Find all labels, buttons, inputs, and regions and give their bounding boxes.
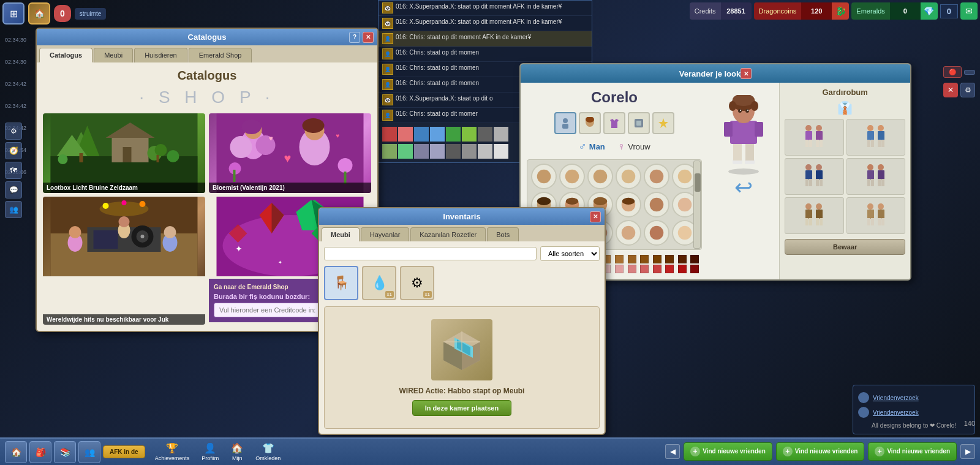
head-option-17[interactable] xyxy=(644,220,669,246)
catalog-item-world[interactable]: Wereldwijde hits nu beschikbaar voor Juk xyxy=(43,197,205,325)
head-option-3[interactable] xyxy=(587,164,613,189)
friends-nav-prev[interactable]: ◀ xyxy=(665,444,680,459)
color-swatch-sage[interactable] xyxy=(382,144,397,159)
taskbar-home-btn[interactable]: 🏠 xyxy=(5,441,27,463)
look-tab-body[interactable] xyxy=(554,112,576,134)
color-swatch-pink[interactable] xyxy=(398,127,413,142)
wardrobe-slot-1[interactable] xyxy=(785,119,843,156)
palette-8[interactable] xyxy=(615,255,624,263)
taskbar-omkleden-btn[interactable]: 👕 Omkleden xyxy=(251,440,285,464)
taskbar-profiel-btn[interactable]: 👤 Profiim xyxy=(197,440,224,464)
inv-tab-meubi[interactable]: Meubi xyxy=(322,227,360,241)
tab-huisdieren[interactable]: Huisdieren xyxy=(134,48,187,62)
inv-filter-select[interactable]: Alle soorten xyxy=(540,246,600,261)
close-top-btn[interactable]: ✕ xyxy=(943,83,958,97)
inv-search-input[interactable] xyxy=(324,247,537,260)
head-option-11[interactable] xyxy=(644,192,669,217)
nav-room-label[interactable]: struimte xyxy=(75,8,107,20)
palette-9[interactable] xyxy=(628,255,636,263)
head-option-16[interactable] xyxy=(616,220,641,246)
look-tab-other[interactable] xyxy=(628,112,650,134)
color-swatch-light[interactable] xyxy=(478,144,492,159)
close-button[interactable]: ✕ xyxy=(363,32,374,43)
friends-nav-next[interactable]: ▶ xyxy=(960,444,975,459)
catalog-item-valentijn[interactable]: ♥ ♥ ♥ Bloemist (Valentijn 2021) xyxy=(209,113,371,193)
sidebar-settings-icon[interactable]: ⚙ xyxy=(5,123,22,140)
palette-22[interactable] xyxy=(615,265,624,273)
find-friends-btn-3[interactable]: + Vind nieuwe vrienden xyxy=(868,442,957,461)
inventaris-close-button[interactable]: ✕ xyxy=(590,211,601,222)
back-arrow-icon[interactable]: ↩ xyxy=(734,175,753,200)
color-swatch-mid[interactable] xyxy=(462,144,477,159)
palette-28[interactable] xyxy=(690,265,699,273)
look-tab-star[interactable] xyxy=(652,112,674,134)
notification-badge[interactable]: 0 xyxy=(54,5,71,22)
taskbar-mijn-btn[interactable]: 🏠 Mijn xyxy=(226,440,248,464)
color-swatch-slate[interactable] xyxy=(414,144,429,159)
head-option-10[interactable] xyxy=(616,192,641,217)
tab-catalogus[interactable]: Catalogus xyxy=(39,48,92,62)
color-swatch-lightblue[interactable] xyxy=(430,127,445,142)
sidebar-map-icon[interactable]: 🗺 xyxy=(5,162,22,179)
settings-gear-icon[interactable]: ⚙ xyxy=(960,83,975,97)
logo-icon[interactable]: ⊞ xyxy=(2,2,24,25)
find-friends-btn-1[interactable]: + Vind nieuwe vrienden xyxy=(684,442,772,461)
mail-icon[interactable]: ✉ xyxy=(960,2,978,20)
color-swatch-lightgreen[interactable] xyxy=(462,127,477,142)
palette-11[interactable] xyxy=(653,255,662,263)
palette-13[interactable] xyxy=(678,255,687,263)
tab-emerald-shop[interactable]: Emerald Shop xyxy=(189,48,252,62)
inv-tab-rozetler[interactable]: Kazanılan Rozetler xyxy=(410,227,486,241)
wardrobe-slot-4[interactable] xyxy=(846,158,905,195)
palette-12[interactable] xyxy=(665,255,674,263)
wardrobe-slot-2[interactable] xyxy=(846,119,905,156)
gender-man[interactable]: ♂ Man xyxy=(578,140,605,153)
inv-tab-bots[interactable]: Bots xyxy=(487,227,519,241)
inv-item-slot-1[interactable]: 🪑 xyxy=(324,266,358,300)
taskbar-catalog-btn[interactable]: 📚 xyxy=(54,441,76,463)
color-swatch-dark[interactable] xyxy=(478,127,492,142)
taskbar-inventory-btn[interactable]: 🎒 xyxy=(29,441,51,463)
head-option-2[interactable] xyxy=(559,164,585,189)
color-swatch-red[interactable] xyxy=(382,127,397,142)
color-swatch-white[interactable] xyxy=(494,144,508,159)
help-button[interactable]: ? xyxy=(349,32,360,43)
catalog-item-lootbox[interactable]: Lootbox Licht Bruine Zeldzaam xyxy=(43,113,205,193)
home-icon[interactable]: 🏠 xyxy=(28,2,50,25)
sidebar-chat-icon[interactable]: 💬 xyxy=(5,181,22,198)
color-swatch-mint[interactable] xyxy=(398,144,413,159)
head-grid-scrollbar[interactable] xyxy=(693,161,701,249)
look-tab-shirt[interactable] xyxy=(603,112,625,134)
inv-item-slot-2[interactable]: 💧 x1 xyxy=(362,266,396,300)
head-option-5[interactable] xyxy=(644,164,669,189)
head-option-1[interactable] xyxy=(531,164,557,189)
red-action-btn[interactable]: 🔴 xyxy=(943,66,962,78)
wardrobe-slot-6[interactable] xyxy=(846,197,905,234)
palette-27[interactable] xyxy=(678,265,687,273)
tab-meubi[interactable]: Meubi xyxy=(94,48,133,62)
color-swatch-green[interactable] xyxy=(446,127,461,142)
sidebar-friend-icon[interactable]: 👥 xyxy=(5,201,22,218)
find-friends-btn-2[interactable]: + Vind nieuwe vrienden xyxy=(776,442,865,461)
color-swatch-lavender[interactable] xyxy=(430,144,445,159)
look-tab-head[interactable] xyxy=(579,112,601,134)
inv-place-button[interactable]: In deze kamer plaatsen xyxy=(412,400,511,416)
taskbar-friends-btn[interactable]: 👥 xyxy=(78,441,100,463)
look-save-button[interactable]: Bewaar xyxy=(785,239,905,255)
palette-14[interactable] xyxy=(690,255,699,263)
color-swatch-grey[interactable] xyxy=(494,127,508,142)
taskbar-achievements-btn[interactable]: 🏆 Achievements xyxy=(150,440,195,464)
inv-tab-hayvanlar[interactable]: Hayvanlar xyxy=(361,227,410,241)
palette-26[interactable] xyxy=(665,265,674,273)
palette-24[interactable] xyxy=(640,265,649,273)
palette-10[interactable] xyxy=(640,255,649,263)
head-option-4[interactable] xyxy=(616,164,641,189)
color-swatch-dark2[interactable] xyxy=(446,144,461,159)
palette-23[interactable] xyxy=(628,265,636,273)
wardrobe-slot-5[interactable] xyxy=(785,197,843,234)
taskbar-afk-item[interactable]: AFK in de xyxy=(103,445,145,458)
sidebar-nav-icon[interactable]: 🧭 xyxy=(5,142,22,159)
inv-item-slot-3[interactable]: ⚙ x1 xyxy=(400,266,434,300)
palette-25[interactable] xyxy=(653,265,662,273)
friend-item-1[interactable]: Vriendenverzoek xyxy=(858,390,970,405)
